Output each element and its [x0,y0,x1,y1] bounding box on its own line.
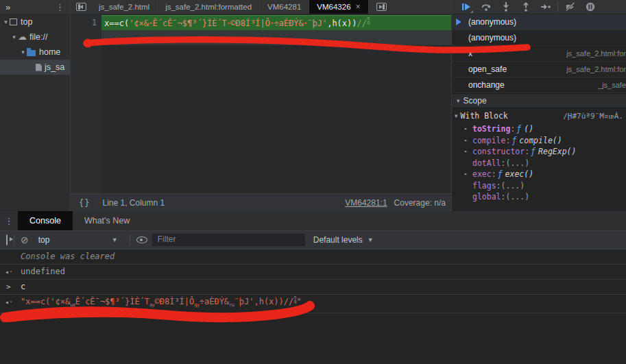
property-name: constructor [472,146,525,158]
show-console-sidebar-button[interactable] [6,235,8,245]
hide-navigator-button[interactable] [71,0,91,14]
property-value: exec() [505,169,534,180]
source-mapped-link[interactable]: VM64281:1 [345,198,387,208]
log-levels-dropdown[interactable]: Default levels ▼ [313,235,374,245]
property-value: () [524,123,533,135]
editor-line2[interactable] [101,30,451,45]
deactivate-breakpoints-button[interactable] [560,0,580,14]
property-value[interactable]: (...) [501,180,525,192]
tree-label: js_sa [45,62,64,72]
tab-vm64326[interactable]: VM64326 × [309,0,368,14]
hide-navigator-icon [76,3,86,11]
expander-icon[interactable]: ▾ [19,49,27,56]
expander-icon[interactable]: ▾ [2,19,10,25]
scope-property[interactable]: flags: (...) [452,180,626,192]
tree-item-top[interactable]: ▾ top [0,14,70,29]
pause-on-exceptions-icon [585,1,596,12]
console-menu-icon[interactable]: ⋮ [0,211,18,230]
call-stack-list: (anonymous) (anonymous) x js_safe_2.html… [452,14,626,93]
tab-console[interactable]: Console [18,211,73,230]
property-value[interactable]: (...) [505,191,529,203]
cloud-icon: ☁ [18,34,27,40]
frame-location: js_safe_2.html:for [566,65,626,73]
scope-property[interactable]: ▸toString: ƒ() [452,123,626,135]
property-expander-icon[interactable]: ▸ [464,135,472,147]
console-input-message: > c [0,280,626,295]
pretty-print-icon[interactable]: {} [79,198,90,208]
editor-line1-highlighted[interactable]: x==c('¢×&•Ê´cÊ¯¬$¶³´}ÌÈ´T•©Ð8Ì³Í|Ô•÷aÈÐÝ… [101,15,451,30]
input-prompt-icon: > [6,280,11,294]
function-glyph: ƒ [498,169,503,180]
property-expander-icon[interactable]: ▸ [464,169,472,180]
property-expander-icon [464,191,472,203]
section-expander-icon[interactable]: ▾ [457,97,460,104]
tree-item-file-protocol[interactable]: ▾ ☁ file:// [0,29,70,45]
call-stack-frame[interactable]: onchange js_safe_ [452,77,626,93]
debugger-sidebar: (anonymous) (anonymous) x js_safe_2.html… [451,0,626,211]
tab-label: VM64281 [267,3,301,11]
expander-icon[interactable]: ▾ [10,34,18,40]
property-name: toString [472,123,510,135]
tab-vm64281[interactable]: VM64281 [260,0,309,14]
step-out-button[interactable] [516,0,535,14]
toolbar-separator [14,234,14,245]
step-over-button[interactable] [476,0,496,14]
tab-js-safe-2-html[interactable]: js_safe_2.html [91,0,158,14]
frame-name: open_safe [468,64,507,74]
with-block-expander-icon[interactable]: ▾ [455,112,458,119]
step-button[interactable] [535,0,555,14]
call-stack-frame[interactable]: open_safe js_safe_2.html:for [452,62,626,77]
filter-input[interactable]: Filter [152,234,305,246]
step-out-icon [520,1,531,12]
function-glyph: ƒ [531,146,535,158]
call-stack-frame[interactable]: (anonymous) [452,14,626,30]
close-tab-icon[interactable]: × [356,2,361,12]
scope-property[interactable]: ▸exec: ƒexec() [452,169,626,180]
live-expression-eye-icon[interactable] [136,236,147,243]
cursor-position: Line 1, Column 1 [102,198,165,208]
property-expander-icon[interactable]: ▸ [464,123,472,135]
scope-with-block-row[interactable]: ▾ With Block /Ḩ#7ùª9¨M¤ᵫÀ. [452,108,626,123]
function-glyph: ƒ [516,123,521,135]
deactivate-breakpoints-icon [565,1,576,12]
scope-property[interactable]: ▸constructor: ƒRegExp() [452,146,626,158]
console-toolbar: ⊘ top ▼ Filter Default levels ▼ [0,231,626,250]
navigator-pane: » ⋮ ▾ top ▾ ☁ file:// ▾ home js_sa [0,0,71,211]
tree-label: home [39,47,60,57]
property-expander-icon[interactable]: ▸ [464,146,472,158]
devtools-window: » ⋮ ▾ top ▾ ☁ file:// ▾ home js_sa js_sa… [0,0,626,364]
open-in-panel-button[interactable] [372,0,392,14]
toolbar-separator [557,2,558,12]
call-stack-frame[interactable]: x js_safe_2.html:for [452,46,626,62]
tab-whats-new[interactable]: What's New [73,211,141,230]
property-value[interactable]: (...) [505,158,529,169]
chevron-down-icon: ▼ [112,236,118,243]
resume-script-button[interactable] [456,0,476,14]
pause-on-exceptions-button[interactable] [580,0,600,14]
tree-item-js-safe-file[interactable]: js_sa [0,60,70,75]
execution-context-dropdown[interactable]: top ▼ [29,235,123,245]
scope-property[interactable]: global: (...) [452,191,626,203]
scope-section-header[interactable]: ▾ Scope [452,93,626,108]
clear-console-icon[interactable]: ⊘ [21,234,29,245]
tab-overflow-icon[interactable]: » [5,2,10,12]
scope-block-label: With Block [461,111,508,121]
call-stack-frame[interactable]: (anonymous) [452,30,626,46]
source-editor[interactable]: 1 x==c('¢×&•Ê´cÊ¯¬$¶³´}ÌÈ´T•©Ð8Ì³Í|Ô•÷aÈ… [71,14,451,193]
step-into-button[interactable] [496,0,516,14]
frame-name: (anonymous) [468,17,516,27]
property-name: exec [472,169,492,180]
step-over-icon [481,1,492,12]
coverage-status: Coverage: n/a [394,198,446,208]
property-expander-icon [464,158,472,169]
navigator-menu-icon[interactable]: ⋮ [56,2,64,12]
dropdown-corner-icon [470,10,473,13]
tab-js-safe-2-html-formatted[interactable]: js_safe_2.html:formatted [158,0,260,14]
property-name: dotAll [472,158,501,169]
scope-property[interactable]: dotAll: (...) [452,158,626,169]
tab-label: VM64326 [317,3,350,11]
frame-name: (anonymous) [468,33,516,43]
tree-item-home[interactable]: ▾ home [0,45,70,60]
line-number: 1 [71,15,97,30]
scope-property[interactable]: ▸compile: ƒcompile() [452,135,626,147]
